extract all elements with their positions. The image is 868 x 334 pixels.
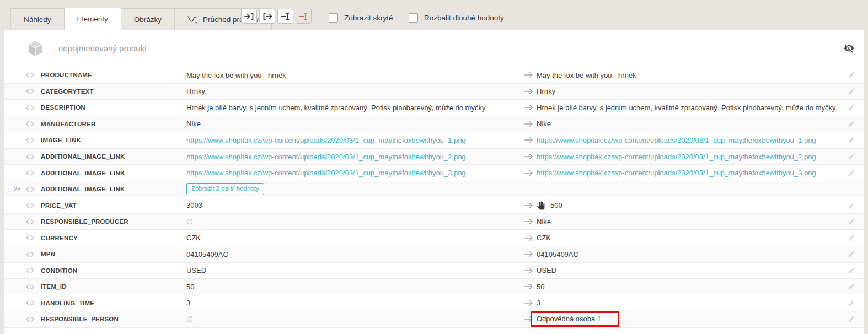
edit-pencil-icon[interactable] (839, 299, 864, 307)
empty-value-icon: ∅ (186, 218, 193, 225)
merge-columns-icon[interactable] (277, 9, 293, 24)
tab-elementy[interactable]: Elementy (64, 8, 121, 30)
edit-pencil-icon[interactable] (839, 283, 864, 290)
element-name: CONDITION (36, 267, 182, 274)
edit-pencil-icon[interactable] (839, 120, 864, 128)
element-name: RESPONSIBLE_PRODUCER (36, 218, 182, 225)
arrow-right-icon (520, 300, 537, 306)
edit-pencil-icon[interactable] (839, 218, 864, 225)
edit-pencil-icon[interactable] (839, 71, 864, 79)
edit-pencil-icon[interactable] (839, 153, 864, 160)
element-name: ADDITIONAL_IMAGE_LINK (36, 153, 182, 160)
source-value: Hrnky (182, 87, 520, 95)
arrow-right-icon (520, 137, 537, 143)
target-value: https://www.shopitak.cz/wp-content/uploa… (537, 169, 839, 177)
edit-pencil-icon[interactable] (839, 315, 864, 323)
target-link[interactable]: https://www.shopitak.cz/wp-content/uploa… (537, 169, 816, 177)
element-code-icon (23, 121, 36, 127)
element-code-icon (23, 186, 36, 192)
table-row: ADDITIONAL_IMAGE_LINK https://www.shopit… (4, 165, 864, 181)
table-row: ADDITIONAL_IMAGE_LINK https://www.shopit… (4, 149, 864, 165)
view-mode-toolbar (241, 9, 312, 24)
edit-pencil-icon[interactable] (839, 104, 864, 111)
target-value: 50 (537, 283, 839, 291)
edit-pencil-icon[interactable] (839, 169, 864, 177)
edit-pencil-icon[interactable] (839, 250, 864, 258)
product-title: nepojmenovaný produkt (58, 44, 147, 53)
checkbox-label: Rozbalit dlouhé hodnoty (424, 14, 504, 22)
arrow-right-icon (520, 267, 537, 274)
merge-columns-diff-icon[interactable] (296, 9, 312, 24)
target-value: Odpovědná osoba 1 (537, 311, 839, 327)
target-link[interactable]: https://www.shopitak.cz/wp-content/uploa… (537, 153, 816, 161)
product-header: nepojmenovaný produkt (4, 30, 864, 67)
svg-text:x: x (187, 15, 190, 19)
source-value: https://www.shopitak.cz/wp-content/uploa… (182, 136, 520, 144)
table-row: PRODUCTNAME May the fox be with you - hr… (4, 67, 864, 84)
element-code-icon (23, 251, 36, 257)
arrow-right-icon (520, 235, 537, 241)
table-row: ITEM_ID 50 50 (4, 279, 864, 295)
target-value: 3 (537, 299, 839, 307)
element-code-icon (23, 235, 36, 241)
element-rows: PRODUCTNAME May the fox be with you - hr… (4, 67, 864, 328)
source-value: https://www.shopitak.cz/wp-content/uploa… (182, 153, 520, 161)
element-name: MPN (36, 251, 182, 257)
arrow-right-icon (520, 218, 537, 225)
edit-pencil-icon[interactable] (839, 234, 864, 242)
element-name: IMAGE_LINK (36, 137, 182, 143)
table-row: IMAGE_LINK https://www.shopitak.cz/wp-co… (4, 132, 864, 149)
target-value: May the fox be with you - hrnek (537, 71, 839, 79)
source-value: 50 (182, 283, 520, 291)
tab-bar: Náhledy Elementy Obrázky x x Průchod pra… (11, 8, 272, 30)
source-value: USED (182, 266, 520, 274)
element-name: ADDITIONAL_IMAGE_LINK (36, 170, 182, 176)
tab-label: Obrázky (134, 15, 162, 24)
element-name: ITEM_ID (36, 283, 182, 290)
target-value: https://www.shopitak.cz/wp-content/uploa… (537, 136, 839, 144)
svg-text:x: x (195, 21, 197, 25)
edit-pencil-icon[interactable] (839, 88, 864, 95)
source-value: ∅ (182, 315, 520, 323)
element-code-icon (23, 137, 36, 143)
source-value: May the fox be with you - hrnek (182, 71, 520, 79)
edit-pencil-icon[interactable] (839, 202, 864, 209)
arrow-right-icon (520, 283, 537, 290)
element-code-icon (23, 88, 36, 94)
input-bracket-arrow-icon[interactable] (241, 9, 257, 24)
element-code-icon (23, 267, 36, 273)
visibility-off-icon[interactable] (844, 43, 854, 56)
highlighted-target-value: Odpovědná osoba 1 (531, 311, 619, 327)
duplicate-count: 2× (4, 186, 23, 192)
expand-long-values-checkbox[interactable] (409, 13, 418, 23)
checkbox-group-zobrazit-skryte: Zobrazit skryté (329, 13, 393, 23)
element-code-icon (23, 300, 36, 306)
source-value: Nike (182, 120, 520, 128)
table-row: RESPONSIBLE_PRODUCER ∅ Nike (4, 214, 864, 230)
empty-value-icon: ∅ (186, 315, 193, 323)
source-value: https://www.shopitak.cz/wp-content/uploa… (182, 169, 520, 177)
element-name: PRICE_VAT (36, 202, 182, 209)
tab-nahledy[interactable]: Náhledy (10, 8, 65, 30)
edit-pencil-icon[interactable] (839, 267, 864, 274)
table-row: PRICE_VAT 3003 500 (4, 197, 864, 214)
element-name: ADDITIONAL_IMAGE_LINK (36, 186, 182, 192)
source-value: Hrnek je bílé barvy, s jedním uchem, kva… (182, 104, 520, 112)
arrow-right-icon (520, 153, 537, 160)
source-value: 3003 (182, 201, 520, 209)
show-hidden-checkbox[interactable] (329, 13, 338, 23)
tab-obrazky[interactable]: Obrázky (121, 8, 175, 30)
output-bracket-arrow-icon[interactable] (259, 9, 275, 24)
target-link[interactable]: https://www.shopitak.cz/wp-content/uploa… (537, 136, 816, 144)
table-row: CURRENCY CZK CZK (4, 230, 864, 246)
element-code-icon (23, 154, 36, 160)
show-more-values-button[interactable]: Zobrazit 2 další hodnoty (186, 183, 264, 195)
tab-label: Náhledy (24, 15, 51, 24)
source-link[interactable]: https://www.shopitak.cz/wp-content/uploa… (186, 169, 466, 177)
target-value: 04105409AC (537, 250, 839, 258)
source-link[interactable]: https://www.shopitak.cz/wp-content/uploa… (186, 153, 466, 161)
top-bar: Náhledy Elementy Obrázky x x Průchod pra… (0, 0, 868, 30)
source-link[interactable]: https://www.shopitak.cz/wp-content/uploa… (186, 136, 466, 144)
edit-pencil-icon[interactable] (839, 136, 864, 144)
target-value: Hrnky (537, 87, 839, 95)
